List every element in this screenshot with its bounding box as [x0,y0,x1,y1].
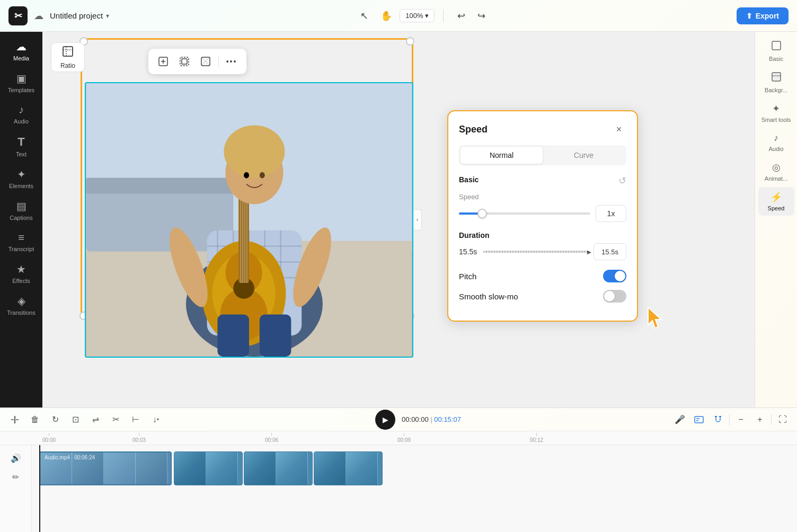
ruler-mark-1: 00:03 [132,433,146,443]
redo-button[interactable]: ↪ [472,7,490,25]
svg-rect-0 [63,47,73,56]
clip-thumbs-4 [314,452,378,485]
left-sidebar: ☁ Media ▣ Templates ♪ Audio T Text ✦ Ele… [0,32,42,407]
sidebar-item-captions[interactable]: ▤ Captions [3,196,39,225]
zoom-in-button[interactable]: + [752,412,768,428]
fullscreen-button[interactable]: ⛶ [775,412,791,428]
speed-slider[interactable] [459,212,590,215]
playhead-head [37,445,43,446]
topbar: ✂ ☁ Untitled project ▾ ↖ ✋ 100% ▾ ↩ ↪ ⬆ … [0,0,797,32]
duration-left-value: 15.5s [459,247,479,256]
text-icon: T [17,135,24,149]
timeline-area: 🗑 ↻ ⊡ ⇌ ✂ ⊢ ↓▾ ▶ 00:00:00 | 00:15:07 🎤 [0,407,797,532]
smooth-slow-mo-toggle[interactable] [603,290,626,303]
download-button[interactable]: ↓▾ [147,411,164,428]
main-area: ☁ Media ▣ Templates ♪ Audio T Text ✦ Ele… [0,32,797,407]
undo-button[interactable]: ↩ [452,7,470,25]
elements-icon: ✦ [17,168,26,181]
track-content[interactable]: Audio.mp4 · 00:06:24 [32,445,797,532]
svg-rect-36 [182,59,187,64]
pitch-label: Pitch [459,272,476,281]
pointer-tool-button[interactable]: ↖ [355,7,373,25]
ratio-button[interactable]: Ratio [51,42,85,72]
clip-thumbs-3 [244,452,308,485]
ruler-mark-4: 00:12 [530,433,543,443]
project-name-button[interactable]: Untitled project ▾ [50,11,109,20]
track-labels: 🔊 ✏ [0,445,32,532]
cloud-save-icon[interactable]: ☁ [34,10,43,22]
more-options-button[interactable]: ••• [222,52,241,71]
pencil-button[interactable]: ✏ [7,468,24,485]
collapse-panel-button[interactable]: ‹ [413,209,422,230]
collapse-icon: ‹ [417,217,418,223]
right-sidebar-item-smart-tools[interactable]: ✦ Smart tools [758,99,794,127]
sidebar-item-text[interactable]: T Text [3,131,39,162]
basic-panel-icon [771,40,782,54]
time-display: 00:00:00 | 00:15:07 [402,415,461,423]
basic-reset-button[interactable]: ↺ [618,175,626,187]
duration-bar[interactable]: ▶ [483,251,589,253]
video-clip-main[interactable]: Audio.mp4 · 00:06:24 [39,451,172,485]
video-clip-3[interactable] [244,451,313,485]
ruler-label-4: 00:12 [530,437,543,443]
crop-button[interactable] [175,52,194,71]
zoom-out-button[interactable]: − [733,412,749,428]
sidebar-item-audio[interactable]: ♪ Audio [3,100,39,129]
speed-panel-header: Speed × [459,122,626,137]
sidebar-item-media[interactable]: ☁ Media [3,36,39,66]
transform-button[interactable] [196,52,215,71]
add-media-button[interactable] [154,52,173,71]
duration-row: 15.5s ▶ 15.5s [459,243,626,260]
video-preview[interactable] [85,82,413,358]
loop-button[interactable]: ↻ [47,411,64,428]
ruler-label-3: 00:09 [397,437,411,443]
magnet-button[interactable] [710,412,726,428]
ruler-mark-0: 00:00 [42,433,56,443]
clip-thumbs-2 [174,452,238,485]
right-sidebar-item-background[interactable]: Backgr... [758,67,794,97]
curve-tab[interactable]: Curve [543,147,625,164]
hand-tool-button[interactable]: ✋ [377,7,395,25]
right-sidebar-item-audio[interactable]: ♪ Audio [758,128,794,156]
sidebar-item-effects[interactable]: ★ Effects [3,259,39,288]
cut-button[interactable]: ✂ [107,411,124,428]
pitch-toggle[interactable] [603,270,626,282]
pitch-toggle-knob [615,271,625,281]
sidebar-item-templates[interactable]: ▣ Templates [3,68,39,97]
split-button[interactable] [6,411,23,428]
export-button[interactable]: ⬆ Export [737,7,789,24]
right-sidebar-item-animate[interactable]: ◎ Animat... [758,157,794,186]
total-time: 00:15:07 [434,415,461,423]
right-sidebar-smart-tools-label: Smart tools [761,117,791,123]
right-sidebar-item-basic[interactable]: Basic [758,36,794,66]
delete-button[interactable]: 🗑 [26,411,43,428]
mirror-button[interactable]: ⇌ [87,411,104,428]
align-button[interactable]: ⊢ [127,411,144,428]
normal-tab[interactable]: Normal [461,147,543,164]
video-clip-2[interactable] [174,451,243,485]
sidebar-item-transitions[interactable]: ◈ Transitions [3,290,39,320]
sidebar-item-transcript[interactable]: ≡ Transcript [3,227,39,256]
app-logo: ✂ [8,6,28,25]
microphone-button[interactable]: 🎤 [672,412,688,428]
zoom-selector[interactable]: 100% ▾ [400,9,435,22]
volume-button[interactable]: 🔊 [7,449,24,466]
media-icon: ☁ [16,40,26,53]
right-sidebar-item-speed[interactable]: ⚡ Speed [758,187,794,216]
play-button[interactable]: ▶ [375,410,395,430]
svg-point-29 [260,172,265,178]
ruler-line-2 [271,433,272,436]
speed-panel-icon: ⚡ [771,191,782,203]
caption-auto-button[interactable] [691,412,707,428]
sidebar-item-media-label: Media [13,55,29,61]
sidebar-item-elements[interactable]: ✦ Elements [3,164,39,193]
handle-top-right[interactable] [406,37,414,46]
speed-value: 1x [607,209,615,218]
duration-right-value: 15.5s [601,248,618,256]
playhead [39,445,40,532]
ruler-line-1 [139,433,139,436]
crop-clip-button[interactable]: ⊡ [67,411,84,428]
video-clip-4[interactable] [314,451,383,485]
ruler-label-0: 00:00 [42,437,56,443]
speed-panel-close-button[interactable]: × [612,122,626,137]
